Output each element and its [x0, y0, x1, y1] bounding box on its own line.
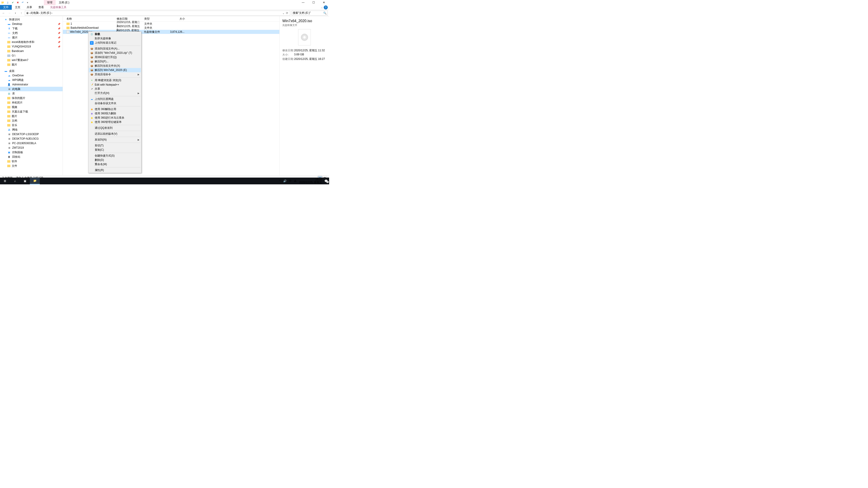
- tree-onedrive[interactable]: ☁OneDrive: [0, 73, 63, 78]
- tree-libraries[interactable]: ▥库: [0, 91, 63, 96]
- cm-open-360[interactable]: 📦用360压缩打开(Q): [89, 55, 141, 59]
- qat-undo-icon[interactable]: ↶: [21, 1, 24, 4]
- ribbon-share[interactable]: 共享: [24, 5, 35, 10]
- action-center-icon[interactable]: 💬3: [324, 180, 328, 183]
- cm-burn[interactable]: 刻录光盘映像: [89, 36, 141, 41]
- maximize-button[interactable]: ☐: [308, 0, 319, 5]
- col-type[interactable]: 类型: [144, 17, 167, 21]
- qat-checkmark-icon[interactable]: ✔: [11, 1, 14, 4]
- cm-360-menu[interactable]: ◉使用 360管理右键菜单: [89, 120, 141, 124]
- ribbon-view[interactable]: 查看: [35, 5, 47, 10]
- cm-360-unlock[interactable]: ◉使用 360解除占用: [89, 107, 141, 111]
- cm-share[interactable]: ↗共享: [89, 87, 141, 91]
- breadcrumb[interactable]: 🖥 › 此电脑 › 文档 (E:) › ⌄ ⟳: [25, 11, 290, 15]
- cm-youdao[interactable]: 云上传到有道云笔记: [89, 41, 141, 45]
- cm-qq[interactable]: 通过QQ发送到: [89, 126, 141, 130]
- cm-rename[interactable]: 重命名(M): [89, 162, 141, 166]
- tree-win7[interactable]: win7重装win7: [0, 58, 63, 62]
- ime-icon[interactable]: 中: [289, 179, 291, 183]
- cm-mount[interactable]: 💿装载: [89, 32, 141, 36]
- cm-extract-here[interactable]: 📦解压到当前文件夹(X): [89, 64, 141, 68]
- tree-admin[interactable]: 👤Administrator: [0, 82, 63, 87]
- cm-sendto[interactable]: 发送到(N)▶: [89, 138, 141, 142]
- qat-delete-icon[interactable]: ✖: [16, 1, 20, 4]
- clock[interactable]: 16:32 2020/12/25, 星期五: [299, 178, 322, 184]
- explorer-taskbar[interactable]: 📁: [30, 177, 40, 184]
- back-button[interactable]: ←: [1, 11, 6, 15]
- cm-shortcut[interactable]: 创建快捷方式(S): [89, 154, 141, 158]
- tree-docs2[interactable]: 文档: [0, 119, 63, 123]
- tree-pictures[interactable]: ▭图片📌: [0, 35, 63, 40]
- taskview-button[interactable]: ▣: [20, 177, 30, 184]
- tree-localpics[interactable]: 本机照片: [0, 100, 63, 105]
- cm-other-comp[interactable]: 📦其他压缩命令▶: [89, 72, 141, 76]
- cm-360-delete[interactable]: ◉使用 360强力删除: [89, 111, 141, 116]
- tree-desktop-root[interactable]: ▬桌面: [0, 69, 63, 73]
- tree-pc2[interactable]: 🖥DESKTOP-NJEU3CG: [0, 136, 63, 141]
- ribbon-file[interactable]: 文件: [0, 5, 12, 10]
- up-button[interactable]: ↑: [19, 11, 24, 15]
- tree-excel[interactable]: excel表格制作求和📌: [0, 40, 63, 44]
- tree-pc3[interactable]: 🖥PC-20190530OBLA: [0, 141, 63, 145]
- volume-icon[interactable]: 🔊: [283, 180, 287, 183]
- qat-properties-icon[interactable]: ▯: [6, 1, 9, 4]
- tree-soft[interactable]: 软件: [0, 159, 63, 164]
- tree-videos[interactable]: 视频: [0, 105, 63, 109]
- tree-downloads[interactable]: ⬇下载📌: [0, 26, 63, 31]
- crumb-drive[interactable]: 文档 (E:): [40, 11, 51, 15]
- crumb-pc[interactable]: 此电脑: [31, 11, 39, 15]
- tree-pic2[interactable]: 图片: [0, 62, 63, 67]
- tree-gdrive[interactable]: G:\: [0, 53, 63, 58]
- cm-360-scan[interactable]: ◉使用 360进行木马云查杀: [89, 116, 141, 120]
- tree-quick-access[interactable]: ★快速访问: [0, 17, 63, 22]
- cm-notepad[interactable]: 📝Edit with Notepad++: [89, 83, 141, 87]
- tree-tianyi[interactable]: 天翼云盘下载: [0, 109, 63, 114]
- cm-add-zip[interactable]: 📦添加到 "Win7x64_2020.zip" (T): [89, 51, 141, 55]
- tree-pics3[interactable]: 图片: [0, 114, 63, 119]
- search-button[interactable]: ⌕: [10, 177, 20, 184]
- qat-dropdown-icon[interactable]: ▾: [26, 1, 29, 4]
- ribbon-disc-tools[interactable]: 光盘映像工具: [47, 5, 70, 10]
- col-name[interactable]: 名称: [66, 17, 117, 21]
- file-row[interactable]: 1 2020/12/15, 星期二 1... 文件夹: [63, 22, 279, 26]
- minimize-button[interactable]: —: [298, 0, 308, 5]
- tree-documents[interactable]: ▭文档📌: [0, 31, 63, 35]
- ribbon-expand-icon[interactable]: ⌄: [321, 6, 323, 8]
- tree-pc1[interactable]: 🖥DESKTOP-LSSOEDP: [0, 132, 63, 136]
- network-icon[interactable]: 🖧: [294, 180, 297, 183]
- cm-restore[interactable]: 还原以前的版本(V): [89, 132, 141, 136]
- forward-button[interactable]: →: [7, 11, 12, 15]
- tray-overflow-icon[interactable]: ⌃: [279, 180, 281, 183]
- tree-bandicam[interactable]: Bandicam: [0, 49, 63, 53]
- close-button[interactable]: ✕: [319, 0, 329, 5]
- file-row[interactable]: BaiduNetdiskDownload 2020/12/25, 星期五 1..…: [63, 26, 279, 30]
- tree-savedpics[interactable]: 保存的图片: [0, 96, 63, 100]
- address-dropdown-icon[interactable]: ⌄: [282, 11, 285, 15]
- cm-open-with[interactable]: 打开方式(H)▶: [89, 91, 141, 95]
- cm-add-archive[interactable]: 📦添加到压缩文件(A)...: [89, 46, 141, 51]
- tree-recycle[interactable]: 🗑回收站: [0, 155, 63, 159]
- cm-honey[interactable]: ✳用 蜂蜜浏览器 浏览(3): [89, 78, 141, 83]
- cm-baidu[interactable]: ☁上传到百度网盘: [89, 97, 141, 101]
- tree-network[interactable]: 🖧网络: [0, 127, 63, 132]
- tree-yunqishi[interactable]: YUNQISHI2019📌: [0, 44, 63, 49]
- cm-extract-to[interactable]: 📦解压到(F)...: [89, 59, 141, 64]
- cm-copy[interactable]: 复制(C): [89, 148, 141, 152]
- tree-music[interactable]: 音乐: [0, 123, 63, 127]
- refresh-icon[interactable]: ⟳: [286, 11, 288, 15]
- col-size[interactable]: 大小: [167, 17, 185, 21]
- search-input[interactable]: 搜索"文档 (E:)" 🔍: [291, 11, 328, 15]
- recent-dropdown[interactable]: ▾: [13, 11, 18, 15]
- tree-desktop[interactable]: ▬Desktop📌: [0, 22, 63, 26]
- start-button[interactable]: ⊞: [0, 177, 10, 184]
- tree-files[interactable]: 文件: [0, 164, 63, 168]
- tree-thispc[interactable]: 🖥此电脑: [0, 87, 63, 91]
- ribbon-home[interactable]: 主页: [12, 5, 24, 10]
- nav-tree[interactable]: ★快速访问 ▬Desktop📌 ⬇下载📌 ▭文档📌 ▭图片📌 excel表格制作…: [0, 16, 63, 175]
- help-icon[interactable]: ?: [324, 5, 328, 9]
- cm-properties[interactable]: 属性(R): [89, 168, 141, 172]
- tree-cpanel[interactable]: ▣控制面板: [0, 150, 63, 155]
- tree-pc4[interactable]: 🖥ZMT2019: [0, 145, 63, 150]
- cm-extract-name[interactable]: 📦解压到 Win7x64_2020\ (E): [89, 68, 141, 72]
- tree-wps[interactable]: ☁WPS网盘: [0, 78, 63, 82]
